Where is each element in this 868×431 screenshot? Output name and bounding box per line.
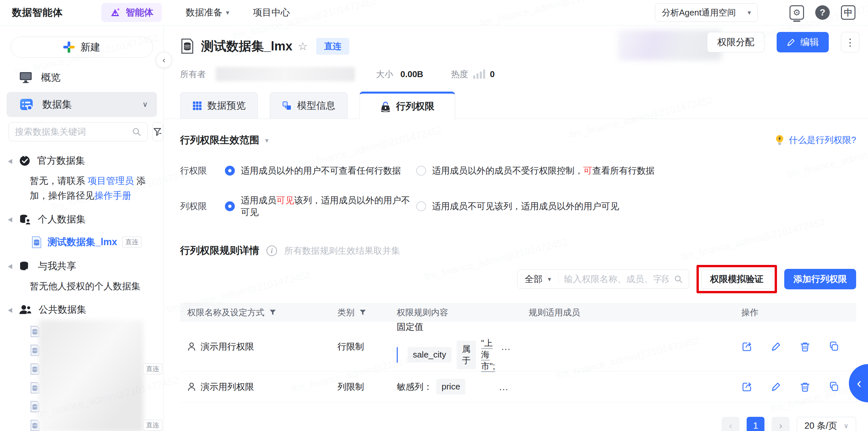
edit-rule-icon[interactable]	[770, 381, 782, 393]
truncation-ellipsis: …	[499, 381, 509, 393]
official-empty-note: 暂无，请联系 项目管理员 添加，操作路径见操作手册	[0, 173, 163, 207]
tree-expand-icon[interactable]: ◀	[8, 306, 12, 314]
sidebar-item-overview[interactable]: 概览	[0, 65, 163, 90]
tree-expand-icon[interactable]: ◀	[8, 216, 12, 223]
radio-selected-icon[interactable]	[225, 166, 235, 176]
top-navigation-bar: 数据智能体 智能体 数据准备 ▾ 项目中心 分析Agent通用空间 ▾ ⚙ ? …	[0, 0, 868, 25]
apply-rule-icon[interactable]	[741, 381, 752, 393]
table-row[interactable]: 演示用行权限 行限制 固定值 sale_city 属于 "上海市";	[180, 322, 856, 371]
tab-rowcol-permission-label: 行列权限	[396, 100, 434, 113]
rule-category-cell: 行限制	[330, 341, 390, 353]
permission-assign-button[interactable]: 权限分配	[707, 32, 765, 53]
what-is-rowcol-permission-link[interactable]: 什么是行列权限?	[774, 134, 856, 146]
row-permission-label: 行权限	[180, 165, 225, 177]
dataset-search-input[interactable]	[15, 127, 132, 137]
tab-content: 行列权限生效范围 ▾ 什么是行列权限? 行权限 适用成员以外的用户不可查看任何行…	[164, 133, 868, 431]
tab-rowcol-permission[interactable]: 行列权限	[360, 92, 455, 119]
rules-filter-type-select[interactable]: 全部 ▾	[518, 273, 559, 285]
chevron-down-icon[interactable]: ▾	[265, 136, 269, 144]
column-permission-option-1[interactable]: 适用成员可见该列，适用成员以外的用户不可见	[225, 194, 416, 218]
tab-model-info[interactable]: 模型信息	[270, 92, 348, 119]
funnel-filter-icon[interactable]	[269, 309, 276, 316]
tree-section-public[interactable]: ◀ 公共数据集	[0, 298, 163, 322]
settings-button[interactable]: ⚙	[789, 5, 805, 21]
blurred-dataset-names	[39, 320, 144, 431]
rules-title: 行列权限规则详情	[180, 244, 259, 257]
more-actions-button[interactable]: ⋮	[841, 32, 860, 53]
project-admin-link[interactable]: 项目管理员	[88, 176, 134, 186]
language-button[interactable]: 中	[840, 5, 856, 21]
tree-expand-icon[interactable]: ◀	[8, 157, 12, 165]
scope-title: 行列权限生效范围	[180, 133, 259, 147]
row-permission-option-2[interactable]: 适用成员以外的成员不受行权限控制，可查看所有行数据	[416, 165, 655, 177]
chevron-down-icon: ∨	[844, 422, 848, 430]
sensitive-column-condition: 敏感列： price	[397, 379, 465, 394]
tree-section-official[interactable]: ◀ 官方数据集	[0, 148, 163, 173]
rules-table: 权限名称及设定方式 类别 权限规则内容 规则适用成员 操作	[180, 303, 856, 402]
official-check-icon	[19, 155, 31, 167]
dataset-filter-button[interactable]	[152, 122, 163, 141]
delete-rule-icon[interactable]	[799, 341, 811, 352]
table-row[interactable]: 演示用列权限 列限制 敏感列： price …	[180, 371, 856, 402]
page-header: 测试数据集_lmx ☆ 直连 权限分配 编辑 ⋮	[164, 25, 868, 82]
new-button[interactable]: 新建	[10, 37, 153, 58]
apply-rule-icon[interactable]	[741, 341, 752, 352]
add-rowcol-permission-button[interactable]: 添加行列权限	[784, 269, 856, 289]
truncation-ellipsis: …	[501, 341, 512, 352]
tree-expand-icon[interactable]: ◀	[8, 262, 12, 270]
manual-link[interactable]: 操作手册	[94, 191, 131, 201]
user-icon	[187, 382, 196, 392]
table-header-row: 权限名称及设定方式 类别 权限规则内容 规则适用成员 操作	[180, 303, 856, 322]
help-button[interactable]: ?	[814, 5, 830, 21]
copy-rule-icon[interactable]	[829, 341, 840, 352]
nav-project-center[interactable]: 项目中心	[253, 6, 290, 19]
radio-selected-icon[interactable]	[225, 201, 235, 211]
monitor-icon	[19, 71, 32, 84]
nav-agent[interactable]: 智能体	[101, 3, 162, 22]
dataset-doc-icon	[31, 236, 42, 248]
tree-section-shared[interactable]: ◀ 与我共享	[0, 254, 163, 278]
header-actions: 权限分配 编辑 ⋮	[707, 32, 860, 53]
pagination-next-button[interactable]: ›	[772, 417, 789, 431]
personal-dataset-name: 测试数据集_lmx	[48, 236, 117, 249]
funnel-filter-icon[interactable]	[359, 309, 366, 316]
permission-simulate-button[interactable]: 权限模拟验证	[701, 269, 772, 289]
chevron-down-icon: ▾	[748, 8, 751, 16]
tab-data-preview[interactable]: 数据预览	[180, 92, 258, 119]
favorite-star-icon[interactable]: ☆	[298, 39, 308, 53]
edit-button[interactable]: 编辑	[777, 32, 829, 53]
rule-name-cell: 演示用行权限	[180, 341, 330, 353]
row-permission-option-1[interactable]: 适用成员以外的用户不可查看任何行数据	[225, 165, 416, 177]
dataset-search-box	[8, 122, 148, 141]
colorful-plus-icon	[63, 41, 74, 53]
sidebar-item-overview-label: 概览	[41, 71, 61, 85]
copy-rule-icon[interactable]	[829, 381, 840, 393]
personal-dataset-item[interactable]: 测试数据集_lmx 直连	[0, 232, 163, 254]
rules-filter-row: 全部 ▾ 权限模拟验证 添加行列权限	[180, 263, 856, 295]
condition-type: 固定值	[397, 321, 496, 333]
nav-data-prep[interactable]: 数据准备 ▾	[186, 6, 229, 19]
radio-unselected-icon[interactable]	[416, 166, 426, 176]
sidebar-collapse-button[interactable]: ‹	[156, 52, 172, 68]
workspace-selector[interactable]: 分析Agent通用空间 ▾	[655, 3, 758, 22]
tabs-row: 数据预览 模型信息 行列权限	[164, 92, 868, 119]
tree-section-personal[interactable]: ◀ 个人数据集	[0, 207, 163, 232]
edit-rule-icon[interactable]	[770, 341, 782, 352]
red-highlight-annotation: 权限模拟验证	[696, 265, 777, 293]
delete-rule-icon[interactable]	[799, 381, 811, 393]
pagination-page-1[interactable]: 1	[747, 417, 765, 431]
page-size-selector[interactable]: 20 条/页 ∨	[797, 417, 856, 431]
rule-category-cell: 列限制	[330, 381, 390, 393]
rules-search-input[interactable]	[559, 274, 674, 285]
rule-content-cell: 敏感列： price …	[390, 379, 521, 394]
search-icon	[674, 274, 683, 284]
pagination-prev-button[interactable]: ‹	[721, 417, 739, 431]
radio-unselected-icon[interactable]	[416, 201, 426, 211]
direct-connection-badge: 直连	[122, 237, 142, 247]
help-link-label: 什么是行列权限?	[789, 134, 856, 146]
dataset-icon	[19, 97, 34, 112]
sidebar: 新建 概览 数据集 ∨	[0, 25, 164, 431]
condition-value: "上海市";	[481, 337, 496, 372]
column-permission-option-2[interactable]: 适用成员不可见该列，适用成员以外的用户可见	[416, 200, 619, 212]
sidebar-item-dataset[interactable]: 数据集 ∨	[7, 92, 157, 117]
